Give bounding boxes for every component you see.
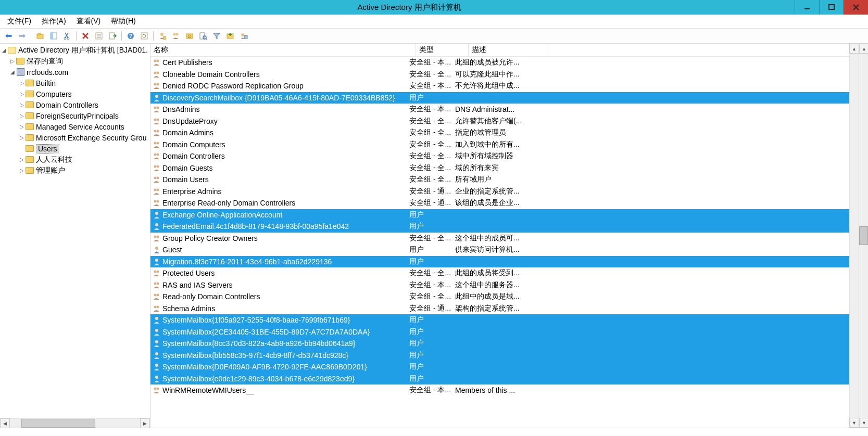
scroll-track[interactable] [10, 419, 140, 428]
list-row[interactable]: DiscoverySearchMailbox {D919BA05-46A6-41… [150, 92, 849, 104]
collapse-icon[interactable]: ◢ [9, 69, 16, 75]
list-row[interactable]: DnsUpdateProxy安全组 - 全...允许替其他客户端(... [150, 116, 849, 127]
list-row[interactable]: SystemMailbox{bb558c35-97f1-4cb9-8ff7-d5… [150, 350, 849, 362]
tree-horizontal-scrollbar[interactable]: ◀ ▶ [0, 418, 150, 428]
window-minimize-button[interactable] [795, 0, 819, 15]
list-row[interactable]: Read-only Domain Controllers安全组 - 全...此组… [150, 291, 849, 303]
show-hide-console-tree-button[interactable] [47, 30, 60, 42]
column-header-desc[interactable]: 描述 [469, 44, 548, 56]
tree-computers[interactable]: ▷ Computers [0, 88, 150, 99]
tree-root[interactable]: ◢ Active Directory 用户和计算机 [BJAD01. [0, 45, 150, 56]
new-ou-button[interactable] [183, 30, 196, 42]
nav-back-button[interactable]: ⬅ [2, 30, 15, 42]
row-name: SystemMailbox{8cc370d3-822a-4ab8-a926-bb… [162, 339, 409, 348]
cut-button[interactable] [61, 30, 73, 42]
list-row[interactable]: Denied RODC Password Replication Group安全… [150, 80, 849, 92]
list-row[interactable]: Domain Controllers安全组 - 全...域中所有域控制器 [150, 150, 849, 162]
menu-file[interactable]: 文件(F) [3, 16, 35, 27]
expand-icon[interactable]: ▷ [19, 157, 25, 162]
list-row[interactable]: SystemMailbox{8cc370d3-822a-4ab8-a926-bb… [150, 338, 849, 350]
new-group-button[interactable] [170, 30, 182, 42]
expand-icon[interactable]: ▷ [19, 113, 25, 119]
list-row[interactable]: Enterprise Read-only Domain Controllers安… [150, 197, 849, 209]
delete-button[interactable] [79, 30, 92, 42]
list-row[interactable]: SystemMailbox{1f05a927-5255-40f8-baae-76… [150, 314, 849, 326]
expand-icon[interactable]: ▷ [19, 124, 25, 130]
list-row[interactable]: Cert Publishers安全组 - 本...此组的成员被允许... [150, 57, 849, 69]
scroll-thumb[interactable] [859, 226, 868, 245]
tree-domain[interactable]: ◢ rrclouds.com [0, 67, 150, 78]
scroll-up-button[interactable]: ▲ [849, 44, 859, 54]
add-criteria-button[interactable] [224, 30, 236, 42]
scroll-down-button[interactable]: ▼ [859, 418, 868, 428]
list-row[interactable]: Enterprise Admins安全组 - 通...企业的指定系统管... [150, 186, 849, 198]
tree-fsp[interactable]: ▷ ForeignSecurityPrincipals [0, 110, 150, 121]
nav-forward-button[interactable]: ➡ [16, 30, 28, 42]
list-row[interactable]: Schema Admins安全组 - 通...架构的指定系统管... [150, 303, 849, 315]
help-button[interactable]: ? [124, 30, 137, 42]
outer-vertical-scrollbar[interactable]: ▲ ▼ [859, 44, 868, 428]
expand-icon[interactable]: ▷ [19, 102, 25, 108]
tree-guanli[interactable]: ▷ 管理账户 [0, 165, 150, 176]
list-row[interactable]: SystemMailbox{e0dc1c29-89c3-4034-b678-e6… [150, 373, 849, 385]
group-icon [153, 58, 161, 67]
svg-point-41 [154, 83, 157, 86]
list-row[interactable]: SystemMailbox{D0E409A0-AF9B-4720-92FE-AA… [150, 361, 849, 373]
scroll-track[interactable] [859, 54, 868, 418]
tree-builtin[interactable]: ▷ Builtin [0, 78, 150, 88]
title-bar[interactable]: Active Directory 用户和计算机 [0, 0, 868, 15]
tree-renren[interactable]: ▷ 人人云科技 [0, 154, 150, 165]
expand-icon[interactable]: ▷ [19, 80, 25, 86]
filter-button[interactable] [210, 30, 223, 42]
window-maximize-button[interactable] [819, 0, 844, 15]
list-row[interactable]: Exchange Online-ApplicationAccount用户 [150, 209, 849, 221]
list-vertical-scrollbar[interactable]: ▲ ▼ [849, 44, 859, 428]
list-row[interactable]: Domain Users安全组 - 全...所有域用户 [150, 174, 849, 186]
tree-domain-controllers[interactable]: ▷ Domain Controllers [0, 99, 150, 110]
collapse-icon[interactable]: ◢ [1, 47, 7, 53]
console-tree[interactable]: ◢ Active Directory 用户和计算机 [BJAD01. ▷ 保存的… [0, 44, 150, 418]
up-level-button[interactable] [34, 30, 46, 42]
refresh-button[interactable] [138, 30, 150, 42]
member-of-button[interactable] [237, 30, 250, 42]
list-row[interactable]: WinRMRemoteWMIUsers__安全组 - 本...Members o… [150, 384, 849, 396]
list-row[interactable]: Domain Admins安全组 - 全...指定的域管理员 [150, 127, 849, 139]
scroll-track[interactable] [850, 54, 859, 418]
list-row[interactable]: RAS and IAS Servers安全组 - 本...这个组中的服务器... [150, 279, 849, 291]
column-header-name[interactable]: 名称 [150, 44, 416, 56]
scroll-up-button[interactable]: ▲ [859, 44, 868, 54]
list-row[interactable]: Domain Guests安全组 - 全...域的所有来宾 [150, 162, 849, 174]
list-row[interactable]: DnsAdmins安全组 - 本...DNS Administrat... [150, 104, 849, 116]
list-row[interactable]: FederatedEmail.4c1f4d8b-8179-4148-93bf-0… [150, 221, 849, 233]
properties-button[interactable] [93, 30, 105, 42]
list-row[interactable]: Group Policy Creator Owners安全组 - 全...这个组… [150, 233, 849, 245]
column-header-type[interactable]: 类型 [416, 44, 469, 56]
list-rows[interactable]: Cert Publishers安全组 - 本...此组的成员被允许...Clon… [150, 57, 849, 428]
expand-icon[interactable]: ▷ [19, 135, 25, 140]
list-row[interactable]: Guest用户供来宾访问计算机... [150, 244, 849, 256]
window-close-button[interactable] [844, 0, 868, 15]
scroll-left-button[interactable]: ◀ [0, 418, 10, 428]
tree-mesg[interactable]: ▷ Microsoft Exchange Security Grou [0, 132, 150, 143]
scroll-right-button[interactable]: ▶ [140, 418, 150, 428]
find-button[interactable] [197, 30, 209, 42]
list-row[interactable]: SystemMailbox{2CE34405-31BE-455D-89D7-A7… [150, 326, 849, 338]
scroll-thumb[interactable] [21, 419, 95, 428]
expand-icon[interactable]: ▷ [19, 168, 25, 173]
list-row[interactable]: Migration.8f3e7716-2011-43e4-96b1-aba62d… [150, 256, 849, 268]
tree-users[interactable]: ▷ Users [0, 143, 150, 154]
export-list-button[interactable] [106, 30, 119, 42]
list-row[interactable]: Domain Computers安全组 - 全...加入到域中的所有... [150, 139, 849, 151]
scroll-down-button[interactable]: ▼ [849, 418, 859, 428]
expand-icon[interactable]: ▷ [19, 91, 25, 97]
list-row[interactable]: Cloneable Domain Controllers安全组 - 全...可以… [150, 69, 849, 81]
menu-action[interactable]: 操作(A) [37, 16, 70, 27]
menu-view[interactable]: 查看(V) [72, 16, 105, 27]
new-user-button[interactable] [156, 30, 169, 42]
tree-msa[interactable]: ▷ Managed Service Accounts [0, 121, 150, 132]
tree-saved-queries[interactable]: ▷ 保存的查询 [0, 56, 150, 67]
list-row[interactable]: Protected Users安全组 - 全...此组的成员将受到... [150, 267, 849, 279]
expand-icon[interactable]: ▷ [9, 58, 16, 64]
menu-help[interactable]: 帮助(H) [107, 16, 140, 27]
group-icon [153, 152, 161, 160]
